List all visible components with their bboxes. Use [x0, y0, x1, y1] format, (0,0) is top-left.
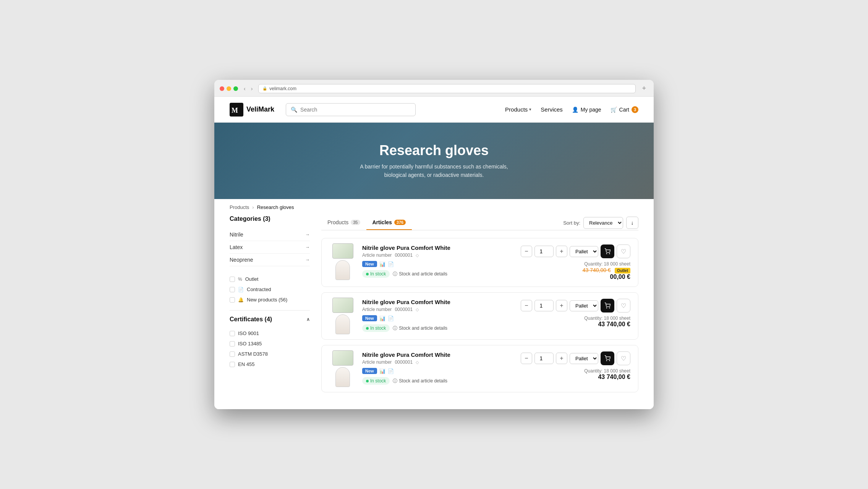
product-actions: − + Pallet	[521, 351, 630, 381]
document-icon[interactable]: 📄	[388, 261, 394, 267]
chart-icon[interactable]: 📊	[379, 368, 385, 374]
qty-decrease-button[interactable]: −	[521, 300, 532, 311]
price-main: 43 740,00 €	[584, 321, 630, 328]
forward-button[interactable]: ›	[249, 85, 255, 92]
tab-products[interactable]: Products 35	[321, 215, 366, 230]
add-to-cart-button[interactable]	[601, 351, 614, 365]
logo[interactable]: M VeliMark	[230, 103, 274, 117]
sidebar-item-nitrile[interactable]: Nitrile →	[230, 228, 310, 241]
qty-increase-button[interactable]: +	[556, 246, 567, 257]
details-link[interactable]: ⓘ Stock and article details	[393, 271, 447, 277]
details-link[interactable]: ⓘ Stock and article details	[393, 325, 447, 332]
cart-icon: 🛒	[611, 107, 617, 113]
info-icon: ⓘ	[393, 325, 397, 332]
wishlist-button[interactable]: ♡	[617, 351, 630, 365]
unit-select[interactable]: Pallet	[570, 353, 598, 364]
sort-select[interactable]: Relevance	[583, 217, 623, 229]
search-bar[interactable]: 🔍	[286, 103, 416, 116]
tab-articles[interactable]: Articles 376	[366, 215, 412, 230]
bell-icon: 🔔	[238, 297, 244, 303]
browser-chrome: ‹ › 🔒 velimark.com +	[214, 80, 654, 97]
document-icon[interactable]: 📄	[388, 368, 394, 374]
share-icon[interactable]: ◇	[416, 307, 419, 312]
filter-new-products[interactable]: 🔔 New products (56)	[230, 295, 310, 305]
qty-increase-button[interactable]: +	[556, 300, 567, 311]
chart-icon[interactable]: 📊	[379, 261, 385, 267]
cert-en455[interactable]: EN 455	[230, 359, 310, 369]
contracted-checkbox[interactable]	[230, 287, 235, 292]
wishlist-button[interactable]: ♡	[617, 244, 630, 258]
cert-iso9001[interactable]: ISO 9001	[230, 328, 310, 338]
address-bar[interactable]: 🔒 velimark.com	[258, 84, 636, 93]
product-info: Nitrile glove Pura Comfort White Article…	[362, 244, 515, 278]
chevron-up-icon[interactable]: ∧	[306, 317, 310, 322]
cart-link[interactable]: 🛒 Cart 3	[611, 106, 638, 113]
sidebar-divider	[230, 310, 310, 311]
quantity-info: Quantity: 18 000 sheet	[584, 368, 630, 374]
sort-row: Sort by: Relevance ↓	[563, 217, 638, 229]
qty-decrease-button[interactable]: −	[521, 246, 532, 257]
wishlist-button[interactable]: ♡	[617, 299, 630, 313]
quantity-row: − + Pallet	[521, 244, 630, 258]
hero-section: Research gloves A barrier for potentiall…	[214, 123, 654, 199]
unit-select[interactable]: Pallet	[570, 300, 598, 311]
new-tab-button[interactable]: +	[640, 84, 648, 93]
articles-count: 376	[394, 220, 406, 225]
iso13485-checkbox[interactable]	[230, 341, 235, 347]
hero-title: Research gloves	[379, 142, 489, 159]
document-icon[interactable]: 📄	[388, 316, 394, 321]
share-icon[interactable]: ◇	[416, 360, 419, 365]
minimize-button[interactable]	[227, 86, 231, 91]
product-card: Nitrile glove Pura Comfort White Article…	[321, 292, 638, 340]
astmd3578-checkbox[interactable]	[230, 351, 235, 357]
qty-increase-button[interactable]: +	[556, 353, 567, 364]
add-to-cart-button[interactable]	[601, 299, 614, 313]
close-button[interactable]	[220, 86, 224, 91]
price-row: Quantity: 18 000 sheet 43 740,00 €	[584, 316, 630, 328]
new-products-checkbox[interactable]	[230, 297, 235, 303]
add-to-cart-button[interactable]	[601, 244, 614, 258]
new-badge: New	[362, 261, 377, 267]
sidebar: Categories (3) Nitrile → Latex → Neopren…	[230, 215, 310, 398]
qty-input[interactable]	[534, 353, 554, 364]
sort-direction-button[interactable]: ↓	[626, 217, 638, 229]
sidebar-filters: % Outlet 📄 Contracted 🔔 New products (56…	[230, 274, 310, 305]
share-icon[interactable]: ◇	[416, 253, 419, 258]
maximize-button[interactable]	[233, 86, 238, 91]
my-page-link[interactable]: 👤 My page	[572, 107, 601, 113]
status-dot	[366, 380, 369, 382]
filter-outlet[interactable]: % Outlet	[230, 274, 310, 284]
chart-icon[interactable]: 📊	[379, 316, 385, 321]
site-content: M VeliMark 🔍 Products ▾ Services 👤 My p	[214, 97, 654, 409]
cert-astm-d3578[interactable]: ASTM D3578	[230, 349, 310, 359]
search-input[interactable]	[300, 107, 411, 113]
qty-decrease-button[interactable]: −	[521, 353, 532, 364]
product-actions: − + Pallet	[521, 299, 630, 328]
product-article: Article number 0000001 ◇	[362, 253, 515, 258]
product-name: Nitrile glove Pura Comfort White	[362, 299, 515, 305]
iso9001-checkbox[interactable]	[230, 331, 235, 336]
outlet-checkbox[interactable]	[230, 277, 235, 282]
nav-services[interactable]: Services	[541, 106, 563, 113]
details-link[interactable]: ⓘ Stock and article details	[393, 378, 447, 384]
cert-iso13485[interactable]: ISO 13485	[230, 338, 310, 349]
product-name: Nitrile glove Pura Comfort White	[362, 351, 515, 358]
back-button[interactable]: ‹	[242, 85, 248, 92]
arrow-icon: →	[305, 232, 310, 237]
sidebar-item-latex[interactable]: Latex →	[230, 241, 310, 254]
qty-input[interactable]	[534, 300, 554, 311]
unit-select[interactable]: Pallet	[570, 246, 598, 257]
filter-contracted[interactable]: 📄 Contracted	[230, 284, 310, 295]
svg-point-4	[606, 308, 607, 308]
sidebar-item-neoprene[interactable]: Neoprene →	[230, 254, 310, 266]
qty-input[interactable]	[534, 246, 554, 257]
breadcrumb-products[interactable]: Products	[230, 204, 249, 210]
en455-checkbox[interactable]	[230, 362, 235, 367]
nav-products[interactable]: Products ▾	[505, 106, 531, 113]
in-stock-badge: In stock	[362, 324, 390, 332]
product-name: Nitrile glove Pura Comfort White	[362, 244, 515, 251]
product-badges: New 📊 📄	[362, 261, 515, 267]
quantity-row: − + Pallet	[521, 351, 630, 365]
sort-label: Sort by:	[563, 220, 580, 226]
url-text: velimark.com	[269, 86, 296, 91]
